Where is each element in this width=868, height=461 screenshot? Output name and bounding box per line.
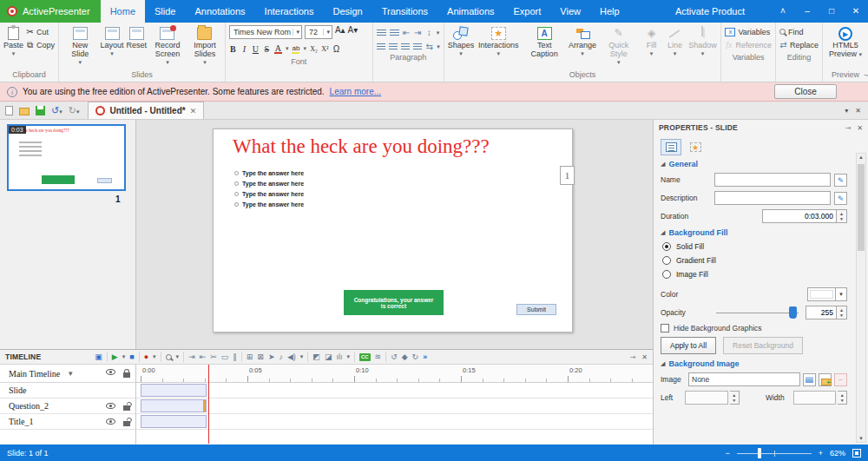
close-panel-icon[interactable]: ✕ xyxy=(857,124,863,132)
solid-fill-option[interactable]: Solid Fill xyxy=(662,242,845,251)
tab-help[interactable]: Help xyxy=(590,0,629,23)
more-tools-icon[interactable]: » xyxy=(423,351,427,363)
slide-number-placeholder[interactable]: 1 xyxy=(560,166,575,185)
replace-button[interactable]: ⇄Replace xyxy=(779,38,819,51)
document-tab[interactable]: Untitled - Untitled* ✕ xyxy=(88,102,204,119)
properties-scrollbar[interactable]: ▲ ▼ xyxy=(856,153,866,443)
line-spacing-button[interactable]: ↕ xyxy=(425,28,433,37)
bullet-list-button[interactable] xyxy=(390,30,399,36)
lock-all-icon[interactable] xyxy=(123,372,130,378)
quick-style-button[interactable]: ✎ Quick Style▾ xyxy=(599,25,638,67)
decrease-indent-button[interactable]: ⇤ xyxy=(403,28,411,37)
tab-home[interactable]: Home xyxy=(101,0,145,23)
question-duration-bar[interactable] xyxy=(141,399,207,412)
edit-name-icon[interactable]: ✎ xyxy=(834,174,847,187)
justify-button[interactable] xyxy=(413,43,422,50)
delete-time-icon[interactable]: ⇤ xyxy=(200,351,207,363)
answer-option-3[interactable]: Type the answer here xyxy=(234,191,304,197)
cursor-path-icon[interactable]: ➤ xyxy=(268,351,275,363)
import-slides-button[interactable]: Import Slides▾ xyxy=(188,25,221,67)
superscript-button[interactable]: X² xyxy=(321,45,329,53)
timeline-undo-icon[interactable]: ↺ xyxy=(391,351,398,363)
record-screen-button[interactable]: Record Screen▾ xyxy=(149,25,186,67)
window-close-button[interactable]: ✕ xyxy=(844,0,868,23)
opacity-input[interactable] xyxy=(806,306,837,319)
duration-input[interactable] xyxy=(762,209,837,223)
increase-indent-button[interactable]: ⇥ xyxy=(414,28,422,37)
radio-icon[interactable] xyxy=(662,256,671,265)
audio-waveform-icon[interactable]: ılı xyxy=(336,351,342,363)
numbered-list-button[interactable] xyxy=(377,30,386,36)
pause-marker-icon[interactable] xyxy=(203,400,206,412)
window-minimize-button[interactable]: – xyxy=(795,0,819,23)
gradient-fill-option[interactable]: Gradient Fill xyxy=(662,256,845,265)
blank-frame-icon[interactable]: ⊠ xyxy=(257,351,264,363)
fade-out-icon[interactable]: ◪ xyxy=(325,351,332,363)
align-center-button[interactable] xyxy=(389,43,398,50)
scrollbar-thumb[interactable] xyxy=(858,164,865,251)
font-color-button[interactable]: A xyxy=(274,44,282,54)
grow-font-button[interactable]: A▴ xyxy=(335,25,345,39)
timeline-redo-icon[interactable]: ↻ xyxy=(412,351,419,363)
closed-caption-icon[interactable]: CC xyxy=(359,353,371,361)
timeline-row-question[interactable]: Question_2 xyxy=(0,398,135,414)
opacity-slider[interactable] xyxy=(716,306,799,319)
cut-range-icon[interactable]: ✂ xyxy=(210,351,217,363)
fade-in-icon[interactable]: ◩ xyxy=(312,351,320,363)
image-browse-icon[interactable] xyxy=(819,373,832,386)
width-input[interactable] xyxy=(793,391,836,405)
reset-button[interactable]: Reset xyxy=(127,25,148,49)
undo-icon[interactable]: ↺▾ xyxy=(51,105,62,116)
save-icon[interactable] xyxy=(36,106,45,115)
zoom-slider-handle[interactable] xyxy=(758,448,761,458)
fit-to-window-icon[interactable] xyxy=(852,449,861,458)
tab-transitions[interactable]: Transitions xyxy=(372,0,437,23)
slide-surface[interactable]: What the heck are you doing??? Type the … xyxy=(213,128,573,333)
radio-selected-icon[interactable] xyxy=(662,242,671,251)
variables-button[interactable]: xVariables xyxy=(725,25,772,38)
tab-interactions[interactable]: Interactions xyxy=(255,0,324,23)
tab-animations[interactable]: Animations xyxy=(437,0,503,23)
section-background-image[interactable]: ◢ Background Image xyxy=(661,359,847,368)
stop-icon[interactable]: ■ xyxy=(129,351,134,363)
shrink-font-button[interactable]: A▾ xyxy=(348,25,358,39)
tab-list-dropdown-icon[interactable]: ▾ xyxy=(845,107,848,115)
duration-spinner[interactable]: ▲▼ xyxy=(837,209,847,223)
unlock-icon[interactable] xyxy=(123,421,130,426)
slide-thumbnail[interactable]: 0:03 What the heck are you doing??? xyxy=(7,124,126,191)
color-picker[interactable]: ▼ xyxy=(807,287,847,301)
tab-annotations[interactable]: Annotations xyxy=(185,0,254,23)
submit-button[interactable]: Submit xyxy=(516,304,556,315)
zoom-slider[interactable] xyxy=(737,448,812,458)
notice-close-button[interactable]: Close xyxy=(774,84,837,99)
visibility-icon[interactable] xyxy=(106,418,115,425)
timeline-row-title[interactable]: Title_1 xyxy=(0,414,135,430)
align-left-button[interactable] xyxy=(377,43,385,50)
answer-option-4[interactable]: Type the answer here xyxy=(234,201,304,207)
layout-button[interactable]: Layout▾ xyxy=(100,25,123,58)
timeline-ruler[interactable]: 0:00 0:05 0:10 0:15 0:20 xyxy=(136,365,653,383)
find-button[interactable]: Find xyxy=(779,25,819,38)
close-timeline-icon[interactable]: ✕ xyxy=(641,353,648,361)
tab-interactivity[interactable]: ★ xyxy=(685,139,706,155)
image-remove-icon[interactable]: − xyxy=(834,373,847,386)
radio-icon[interactable] xyxy=(234,171,239,175)
show-all-icon[interactable] xyxy=(106,369,115,375)
caption-settings-icon[interactable]: ≋ xyxy=(375,351,382,363)
strikethrough-button[interactable]: S xyxy=(263,44,271,54)
pin-panel-icon[interactable]: ⊸ xyxy=(845,124,852,132)
unlock-icon[interactable] xyxy=(123,405,130,411)
learn-more-link[interactable]: Learn more... xyxy=(330,87,381,96)
opacity-spinner[interactable]: ▲▼ xyxy=(837,306,847,319)
answer-option-2[interactable]: Type the answer here xyxy=(234,181,304,187)
section-background-fill[interactable]: ◢ Background Fill xyxy=(661,228,847,237)
new-slide-button[interactable]: New Slide▾ xyxy=(62,25,97,67)
bold-button[interactable]: B xyxy=(229,44,237,54)
title-duration-bar[interactable] xyxy=(141,415,207,428)
highlight-color-button[interactable]: ab xyxy=(292,44,299,54)
pin-timeline-icon[interactable]: ⊸ xyxy=(630,353,636,361)
section-general[interactable]: ◢ General xyxy=(661,160,847,168)
record-narration-icon[interactable]: ● xyxy=(144,351,148,363)
timeline-selector[interactable]: Main Timeline ▼ xyxy=(0,365,135,383)
radio-icon[interactable] xyxy=(234,181,239,186)
